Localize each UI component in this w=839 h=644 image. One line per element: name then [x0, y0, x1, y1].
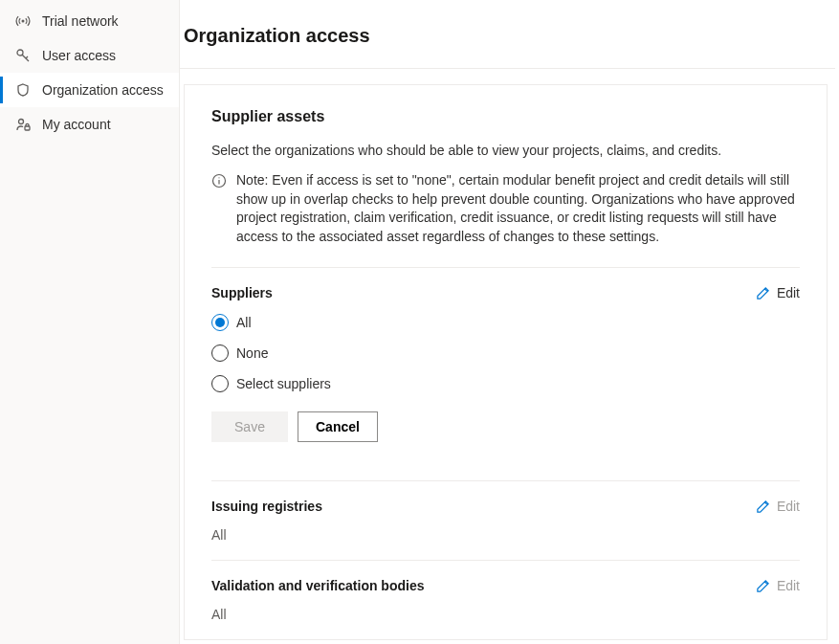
- info-note: Note: Even if access is set to "none", c…: [211, 171, 800, 246]
- person-lock-icon: [15, 117, 31, 132]
- save-button: Save: [211, 411, 288, 442]
- page-header: Organization access: [180, 0, 835, 69]
- main-content: Organization access Supplier assets Sele…: [180, 0, 839, 644]
- radio-label: Select suppliers: [236, 376, 331, 391]
- edit-label: Edit: [777, 285, 800, 300]
- edit-icon: [756, 578, 771, 593]
- radio-indicator: [211, 314, 229, 331]
- radio-indicator: [211, 375, 229, 392]
- svg-point-0: [22, 20, 25, 23]
- radio-option-select-suppliers[interactable]: Select suppliers: [211, 375, 800, 392]
- section-vvb: Validation and verification bodies Edit …: [211, 560, 800, 639]
- edit-vvb-button[interactable]: Edit: [756, 578, 800, 593]
- svg-point-6: [218, 177, 219, 178]
- card-description: Select the organizations who should be a…: [211, 143, 800, 158]
- key-icon: [15, 48, 31, 63]
- sidebar-item-user-access[interactable]: User access: [0, 38, 179, 73]
- edit-label: Edit: [777, 499, 800, 514]
- page-title: Organization access: [180, 25, 835, 47]
- sidebar-item-label: My account: [42, 117, 111, 132]
- radio-indicator: [211, 344, 229, 362]
- sidebar-item-my-account[interactable]: My account: [0, 107, 179, 142]
- shield-icon: [15, 82, 31, 98]
- issuing-value: All: [211, 527, 800, 543]
- suppliers-radio-group: All None Select suppliers: [211, 314, 800, 392]
- section-suppliers: Suppliers Edit All None: [211, 267, 800, 480]
- info-icon: [211, 173, 227, 189]
- broadcast-icon: [15, 13, 31, 29]
- section-title-issuing: Issuing registries: [211, 499, 322, 514]
- card-title: Supplier assets: [211, 108, 800, 125]
- vvb-value: All: [211, 607, 800, 622]
- sidebar-item-label: User access: [42, 48, 116, 63]
- radio-option-all[interactable]: All: [211, 314, 800, 331]
- edit-icon: [756, 285, 771, 300]
- edit-label: Edit: [777, 578, 800, 593]
- edit-suppliers-button[interactable]: Edit: [756, 285, 800, 300]
- svg-point-1: [17, 50, 23, 56]
- section-title-vvb: Validation and verification bodies: [211, 578, 425, 593]
- suppliers-actions: Save Cancel: [211, 411, 800, 442]
- sidebar-item-organization-access[interactable]: Organization access: [0, 73, 179, 107]
- radio-option-none[interactable]: None: [211, 344, 800, 362]
- sidebar-item-label: Trial network: [42, 13, 119, 29]
- svg-rect-3: [25, 126, 30, 130]
- radio-label: All: [236, 315, 252, 330]
- note-text: Note: Even if access is set to "none", c…: [236, 171, 800, 246]
- supplier-assets-card: Supplier assets Select the organizations…: [184, 84, 828, 640]
- edit-icon: [756, 499, 771, 514]
- section-issuing-registries: Issuing registries Edit All: [211, 480, 800, 560]
- radio-label: None: [236, 345, 268, 361]
- settings-sidebar: Trial network User access Organization a…: [0, 0, 180, 644]
- edit-issuing-button[interactable]: Edit: [756, 499, 800, 514]
- cancel-button[interactable]: Cancel: [298, 411, 378, 442]
- sidebar-item-label: Organization access: [42, 82, 164, 98]
- svg-point-2: [19, 120, 24, 124]
- sidebar-item-trial-network[interactable]: Trial network: [0, 4, 179, 38]
- section-title-suppliers: Suppliers: [211, 285, 273, 300]
